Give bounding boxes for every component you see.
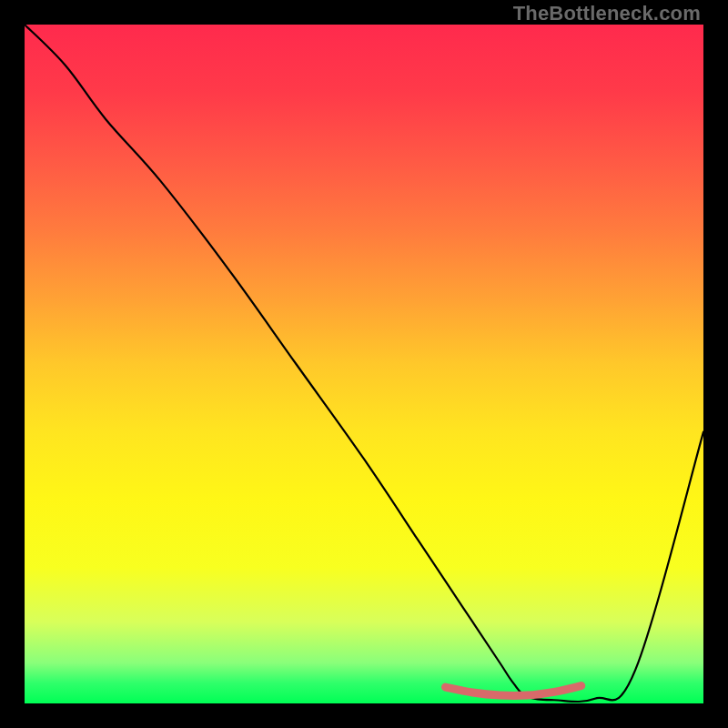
- chart-svg: [25, 25, 703, 703]
- bottleneck-curve-path: [25, 25, 703, 702]
- plot-area: [25, 25, 703, 703]
- watermark-label: TheBottleneck.com: [513, 2, 701, 25]
- chart-frame: TheBottleneck.com: [0, 0, 728, 728]
- optimal-band-path: [446, 686, 581, 696]
